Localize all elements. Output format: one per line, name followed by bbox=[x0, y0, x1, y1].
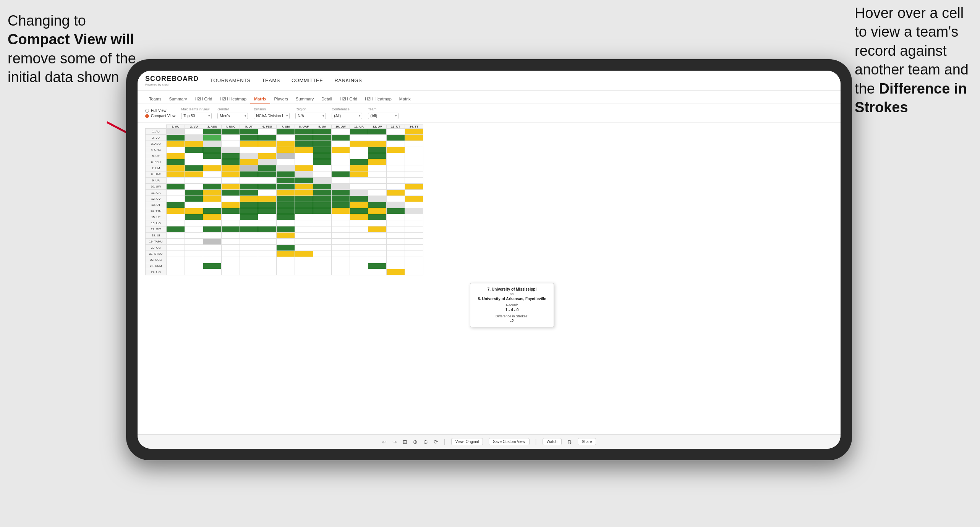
filter-gender-select[interactable]: Men's bbox=[217, 113, 248, 119]
app-logo-sub: Powered by clipd bbox=[145, 83, 199, 86]
table-row: 14. TTU bbox=[146, 208, 423, 214]
tab-players[interactable]: Players bbox=[270, 97, 292, 104]
filter-division-select[interactable]: NCAA Division I bbox=[254, 113, 290, 119]
share-button[interactable]: Share bbox=[578, 438, 596, 445]
zoom-fit-icon[interactable]: ⊞ bbox=[403, 439, 407, 445]
col-header-8: 8. UAF bbox=[295, 125, 313, 129]
tablet-screen: SCOREBOARD Powered by clipd TOURNAMENTS … bbox=[138, 71, 841, 449]
zoom-out-icon[interactable]: ⊖ bbox=[423, 439, 428, 445]
view-original-button[interactable]: View: Original bbox=[451, 438, 483, 445]
table-row: 2. VU bbox=[146, 135, 423, 141]
radio-full-circle bbox=[145, 109, 149, 113]
table-row: 15. UF bbox=[146, 214, 423, 220]
filter-max-teams-wrap: Top 50 bbox=[181, 112, 212, 119]
table-row: 11. UA bbox=[146, 190, 423, 196]
tab-h2h-grid-2[interactable]: H2H Grid bbox=[336, 97, 361, 104]
tab-summary-2[interactable]: Summary bbox=[292, 97, 317, 104]
tab-detail[interactable]: Detail bbox=[317, 97, 336, 104]
filter-max-teams: Max teams in view Top 50 bbox=[181, 107, 212, 119]
nav-committee[interactable]: COMMITTEE bbox=[292, 78, 323, 83]
col-header-3: 3. ASU bbox=[203, 125, 222, 129]
filter-conference-wrap: (All) bbox=[332, 112, 362, 119]
col-header-5: 5. UT bbox=[240, 125, 258, 129]
nav-rankings[interactable]: RANKINGS bbox=[334, 78, 362, 83]
nav-teams[interactable]: TEAMS bbox=[262, 78, 280, 83]
app-logo: SCOREBOARD bbox=[145, 75, 199, 83]
matrix-container: 1. AU 2. VU 3. ASU 4. UNC 5. UT 6. FSU 7… bbox=[138, 123, 841, 277]
radio-full-view[interactable]: Full View bbox=[145, 108, 175, 113]
filter-division-label: Division bbox=[254, 107, 290, 111]
share-options-icon[interactable]: ⇅ bbox=[567, 439, 572, 445]
col-header-10: 10. UW bbox=[332, 125, 350, 129]
bottom-toolbar: ↩ ↪ ⊞ ⊕ ⊖ ⟳ | View: Original Save Custom… bbox=[138, 434, 841, 449]
col-header-6: 6. FSU bbox=[258, 125, 277, 129]
filter-team-wrap: (All) bbox=[368, 112, 398, 119]
radio-compact-view[interactable]: Compact View bbox=[145, 114, 175, 118]
table-row: 12. UV bbox=[146, 196, 423, 202]
table-row: 22. UCB bbox=[146, 257, 423, 263]
matrix-table: 1. AU 2. VU 3. ASU 4. UNC 5. UT 6. FSU 7… bbox=[145, 124, 423, 275]
col-header-14: 14. TT bbox=[405, 125, 423, 129]
tab-matrix[interactable]: Matrix bbox=[250, 97, 270, 104]
filter-max-teams-select[interactable]: Top 50 bbox=[181, 113, 212, 119]
zoom-in-icon[interactable]: ⊕ bbox=[413, 439, 418, 445]
tooltip-team1: 7. University of Mississippi bbox=[476, 287, 548, 291]
col-header-13: 13. UT bbox=[387, 125, 405, 129]
tab-h2h-grid-1[interactable]: H2H Grid bbox=[191, 97, 216, 104]
save-custom-view-button[interactable]: Save Custom View bbox=[489, 438, 529, 445]
refresh-icon[interactable]: ⟳ bbox=[434, 439, 438, 445]
table-row: 21. ETSU bbox=[146, 251, 423, 257]
filter-region: Region N/A bbox=[295, 107, 326, 119]
tooltip-strokes-value: -2 bbox=[476, 319, 548, 323]
nav-bar: TOURNAMENTS TEAMS COMMITTEE RANKINGS bbox=[210, 78, 362, 83]
col-header-9: 9. UA bbox=[313, 125, 332, 129]
filter-region-label: Region bbox=[295, 107, 326, 111]
filter-conference-select[interactable]: (All) bbox=[332, 113, 362, 119]
filter-region-select[interactable]: N/A bbox=[295, 113, 326, 119]
tab-matrix-2[interactable]: Matrix bbox=[395, 97, 415, 104]
redo-icon[interactable]: ↪ bbox=[392, 439, 397, 445]
tab-summary-1[interactable]: Summary bbox=[165, 97, 191, 104]
table-row: 6. FSU bbox=[146, 159, 423, 165]
table-row: 24. UO bbox=[146, 269, 423, 275]
filter-team-label: Team bbox=[368, 107, 398, 111]
table-row: 10. UW bbox=[146, 184, 423, 190]
table-row: 4. UNC bbox=[146, 147, 423, 153]
filter-division-wrap: NCAA Division I bbox=[254, 112, 290, 119]
annotation-left: Changing to Compact View will remove som… bbox=[8, 11, 136, 87]
nav-tournaments[interactable]: TOURNAMENTS bbox=[210, 78, 251, 83]
table-row: 20. UG bbox=[146, 245, 423, 251]
tablet-device: SCOREBOARD Powered by clipd TOURNAMENTS … bbox=[126, 59, 852, 460]
filter-team: Team (All) bbox=[368, 107, 398, 119]
filter-team-select[interactable]: (All) bbox=[368, 113, 398, 119]
table-row: 9. UA bbox=[146, 178, 423, 184]
radio-full-label: Full View bbox=[151, 108, 166, 113]
table-row: 17. GIT bbox=[146, 226, 423, 233]
table-row: 16. UO bbox=[146, 220, 423, 226]
undo-icon[interactable]: ↩ bbox=[382, 439, 387, 445]
matrix-area[interactable]: 1. AU 2. VU 3. ASU 4. UNC 5. UT 6. FSU 7… bbox=[138, 123, 841, 434]
tooltip-team2: 8. University of Arkansas, Fayetteville bbox=[476, 297, 548, 301]
view-toggle: Full View Compact View bbox=[145, 108, 175, 118]
table-row: 7. UM bbox=[146, 165, 423, 171]
tab-h2h-heatmap-1[interactable]: H2H Heatmap bbox=[216, 97, 250, 104]
table-row: 18. UI bbox=[146, 233, 423, 239]
watch-button[interactable]: Watch bbox=[543, 438, 562, 445]
tooltip-record-value: 1 - 4 - 0 bbox=[476, 308, 548, 312]
col-header-11: 11. UA bbox=[350, 125, 368, 129]
tab-teams[interactable]: Teams bbox=[145, 97, 165, 104]
tooltip-vs: vs bbox=[476, 292, 548, 296]
radio-compact-circle bbox=[145, 114, 149, 118]
filter-gender-wrap: Men's bbox=[217, 112, 248, 119]
table-row: 19. TAMU bbox=[146, 239, 423, 245]
filter-region-wrap: N/A bbox=[295, 112, 326, 119]
app-content: Full View Compact View Max teams in view… bbox=[138, 104, 841, 449]
table-row: 1. AU bbox=[146, 129, 423, 135]
col-header-7: 7. UM bbox=[277, 125, 295, 129]
controls-row: Full View Compact View Max teams in view… bbox=[138, 104, 841, 123]
logo-area: SCOREBOARD Powered by clipd bbox=[145, 75, 199, 86]
filter-division: Division NCAA Division I bbox=[254, 107, 290, 119]
radio-compact-label: Compact View bbox=[151, 114, 175, 118]
tab-h2h-heatmap-2[interactable]: H2H Heatmap bbox=[361, 97, 395, 104]
col-header-2: 2. VU bbox=[185, 125, 203, 129]
